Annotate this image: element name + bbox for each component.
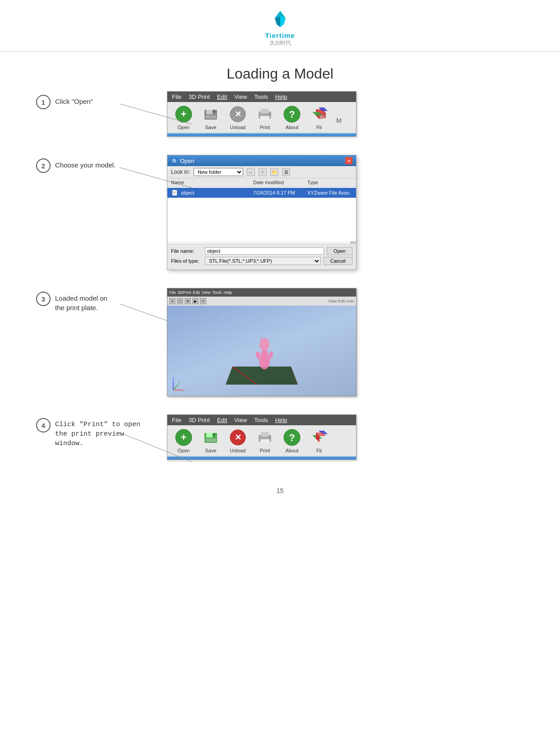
toolbar-unload-2[interactable]: ✕ Unload [226,428,250,453]
svg-rect-8 [205,115,216,119]
model-menu-3dprint[interactable]: 3DPrint [178,290,191,295]
step-4-connector [120,432,199,464]
dialog-bottom-bar: File name: Open Files of type: STL File(… [167,244,356,270]
logo: Tiertime 太尔时代 [265,8,295,47]
model-menu-help[interactable]: Help [223,290,232,295]
step-2-connector [120,167,196,190]
filename-label: File name: [171,248,205,254]
model-toolbar-icons: + □ ✕ ▶ ? View Edit Auto [167,297,356,306]
toolbar-print-2[interactable]: Print [253,428,277,453]
dialog-new-btn[interactable]: 📁 [270,168,278,176]
col-type: Type [307,180,352,185]
model-icon-2[interactable]: □ [177,298,183,304]
page-number: 15 [277,487,284,494]
menu-3dprint-1[interactable]: 3D Print [189,93,210,100]
model-icon-1[interactable]: + [169,298,176,304]
tiertime-logo-icon [268,8,292,32]
print-label-1: Print [260,125,270,130]
unload-icon-2: ✕ [228,428,247,447]
file-icon [171,189,178,196]
print-label-2: Print [260,448,270,453]
menu-3dprint-2[interactable]: 3D Print [189,417,210,423]
save-label-1: Save [205,125,216,130]
cancel-button[interactable]: Cancel [324,257,352,265]
svg-rect-13 [261,109,269,113]
dialog-up-btn[interactable]: ↑ [259,168,267,176]
dialog-close-button[interactable]: ✕ [345,157,352,164]
toolbar-fit-1[interactable]: Fit [307,105,331,130]
step-4-number: 4 [36,418,51,432]
model-menu-tools[interactable]: Tools [212,290,222,295]
print-icon-1 [255,105,274,124]
about-icon-2: ? [282,428,301,447]
svg-text:Y: Y [178,381,180,384]
dialog-title-left: O Open [171,158,194,164]
about-label-2: About [286,448,299,453]
toolbar-unload-1[interactable]: ✕ Unload [226,105,250,130]
step-1-label: Click "Open" [55,95,93,106]
svg-rect-62 [261,432,269,437]
toolbar-print-1[interactable]: Print [253,105,277,130]
file-date: 7/24/2014 6:17 PM [253,190,307,195]
figurine-svg [251,326,278,371]
menu-edit-2[interactable]: Edit [217,417,227,423]
menu-view-2[interactable]: View [234,417,247,423]
menu-view-1[interactable]: View [234,93,247,100]
step-1-connector [120,104,196,126]
about-label-1: About [286,125,299,130]
toolbar-fit-2[interactable]: Fit [307,428,331,453]
dialog-back-btn[interactable]: ← [247,168,255,176]
dialog-title-icon: O [171,158,177,164]
step-2-wrapper: 2 Choose your model. O Open [36,155,524,270]
svg-point-9 [213,110,215,113]
toolbar-about-1[interactable]: ? About [280,105,304,130]
step-2-area: 2 Choose your model. O Open [36,155,524,270]
fit-label-1: Fit [316,125,322,130]
menu-help-1[interactable]: Help [275,93,287,100]
svg-line-26 [120,167,192,188]
menu-tools-2[interactable]: Tools [254,417,268,423]
dialog-view-btn[interactable]: ☰ [282,168,290,176]
menu-tools-1[interactable]: Tools [254,93,268,100]
file-type: XYZware File Asso. [307,190,352,195]
filename-input[interactable] [205,247,324,255]
dialog-titlebar: O Open ✕ [167,155,356,166]
open-button[interactable]: Open [327,247,352,255]
page-header: Tiertime 太尔时代 [0,0,560,52]
step-3-area: 3 Loaded model onthe print plate. File 3… [36,288,524,396]
unload-label-1: Unload [230,125,246,130]
toolbar-more-1[interactable]: M [334,111,343,130]
menu-file-2[interactable]: File [172,417,181,423]
menu-edit-1[interactable]: Edit [217,93,227,100]
save-icon-1 [201,105,220,124]
model-menu-view[interactable]: View [202,290,210,295]
toolbar-about-2[interactable]: ? About [280,428,304,453]
filetype-select[interactable]: STL File(*.STL;*.UP3;*.UFP) [205,257,321,265]
step-1-wrapper: 1 Click "Open" File 3D Print Edit View T… [36,91,524,137]
step-3-label: Loaded model onthe print plate. [55,292,107,312]
model-icon-4[interactable]: ▶ [192,298,199,304]
model-icon-3[interactable]: ✕ [185,298,191,304]
svg-line-3 [120,104,192,124]
model-menu-file[interactable]: File [169,290,176,295]
svg-text:?: ? [289,109,295,120]
toolbar-blue-bar-1 [167,134,356,136]
svg-text:✕: ✕ [235,110,241,119]
model-icon-5[interactable]: ? [200,298,206,304]
step-4-area: 4 Click "Print" to openthe print preview… [36,414,524,460]
look-in-select[interactable]: New folder [194,168,243,176]
toolbar-save-1[interactable]: Save [199,105,222,130]
toolbar-save-2[interactable]: Save [199,428,222,453]
menu-file-1[interactable]: File [172,93,181,100]
dialog-file-list: object 7/24/2014 6:17 PM XYZware File As… [167,187,356,241]
model-toolbar-top: File 3DPrint Edit View Tools Help [167,288,356,297]
menu-help-2[interactable]: Help [275,417,287,423]
print-icon-2 [255,428,274,447]
svg-text:O: O [172,158,176,163]
unload-label-2: Unload [230,448,246,453]
page-title: Loading a Model [0,65,560,82]
svg-point-58 [213,433,215,436]
more-icon-1: M [334,111,343,130]
model-menu-edit[interactable]: Edit [193,290,200,295]
file-name: object [181,190,253,195]
